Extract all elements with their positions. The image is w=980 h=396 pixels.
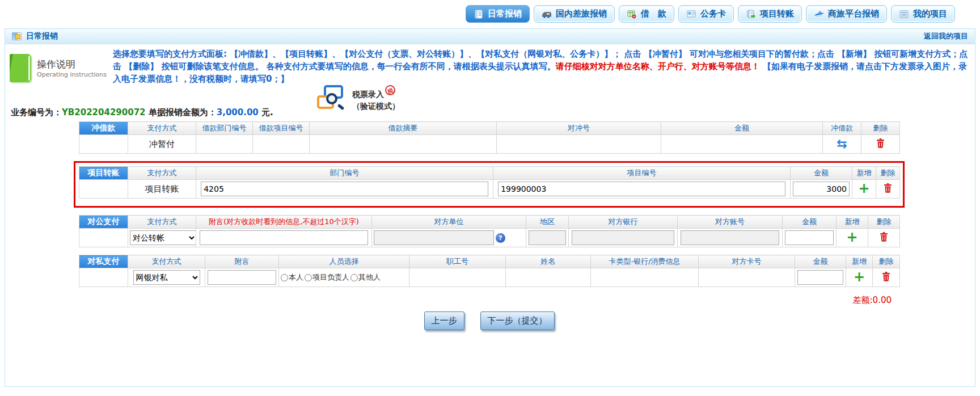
instructions-subtitle: Operating instructions (37, 71, 107, 78)
table-row: 冲暂付 ⇆ (79, 135, 900, 154)
col-offset-action: 冲借款 (823, 122, 861, 135)
instr-seg: 选择您要填写的支付方式面板: (113, 49, 230, 59)
personal-payment-table: 对私支付 支付方式 附言 人员选择 职工号 姓名 卡类型-银行/消费信息 对方卡… (79, 255, 900, 287)
project-transfer-table: 项目转账 支付方式 部门编号 项目编号 金额 新增 删除 项目转账 (79, 166, 900, 199)
nav-label: 项目转账 (760, 9, 794, 19)
instr-seg: 【新增】 (837, 49, 871, 59)
account-input[interactable] (681, 230, 779, 245)
col-delete: 删除 (873, 255, 900, 268)
amount-label: 单据报销金额为： (146, 107, 217, 117)
col-delete: 删除 (861, 122, 900, 135)
amount-unit: 元. (259, 107, 273, 117)
instr-seg: ； 点击 (612, 49, 644, 59)
operating-instructions: 操作说明 Operating instructions 选择您要填写的支付方式面… (5, 44, 975, 85)
col-memo: 附言 (205, 255, 279, 268)
corporate-method-select[interactable]: 对公转帐 (130, 230, 196, 245)
radio-project-leader[interactable]: 项目负责人 (305, 272, 349, 283)
next-step-submit-button[interactable]: 下一步（提交） (480, 311, 555, 330)
business-no-label: 业务编号为： (11, 107, 62, 117)
instr-seg: 【冲暂付】 (644, 49, 687, 59)
instr-warning: 请仔细核对对方单位名称、开户行、对方账号等信息！ (556, 61, 760, 71)
nav-daily-expense[interactable]: 日常报销 (466, 5, 530, 23)
nav-business-card[interactable]: 公务卡 (678, 5, 734, 23)
tax-entry-mode: （验证模式） (352, 102, 400, 111)
radio-other[interactable]: 其他人 (350, 272, 381, 283)
col-amount: 金额 (661, 122, 823, 135)
corporate-amount-input[interactable] (785, 230, 834, 245)
tax-invoice-entry[interactable]: 税票录入税 （验证模式） (316, 84, 400, 113)
col-bank: 对方银行 (569, 216, 678, 229)
nav-label: 国内差旅报销 (556, 9, 607, 19)
form-actions: 上一步 下一步（提交） (79, 311, 899, 330)
delete-loan-row-icon[interactable] (876, 138, 885, 150)
previous-step-button[interactable]: 上一步 (424, 311, 464, 330)
mid-zone: 税票录入税 （验证模式） 业务编号为：YB202204290072 单据报销金额… (5, 85, 975, 121)
corporate-memo-input[interactable] (200, 230, 368, 245)
add-personal-row-icon[interactable]: + (854, 269, 865, 285)
project-no-input[interactable] (498, 182, 785, 196)
col-payee: 对方单位 (372, 216, 526, 229)
window-icon (12, 32, 22, 40)
reimburse-amount: 3,000.00 (217, 107, 259, 117)
add-project-row-icon[interactable]: + (858, 180, 869, 196)
col-pay-method: 支付方式 (128, 167, 196, 180)
tax-seal-icon: 税 (384, 84, 397, 97)
nav-label: 借 款 (641, 9, 666, 19)
payee-help-icon[interactable]: ? (496, 233, 505, 243)
add-corporate-row-icon[interactable]: + (846, 229, 858, 245)
col-offset-no: 对冲号 (497, 122, 661, 135)
corporate-table-label: 对公支付 (79, 216, 128, 229)
travel-platform-icon (814, 10, 824, 19)
loan-offset-table: 冲借款 支付方式 借款部门编号 借款项目编号 借款摘要 对冲号 金额 冲借款 删… (79, 121, 900, 154)
nav-project-transfer[interactable]: 项目转账 (738, 5, 802, 23)
nav-loan[interactable]: 借 款 (619, 5, 674, 23)
col-card-type: 卡类型-银行/消费信息 (591, 255, 699, 268)
offset-swap-icon[interactable]: ⇆ (837, 137, 847, 151)
personal-method-select[interactable]: 网银对私 (133, 270, 200, 285)
payment-tables: 冲借款 支付方式 借款部门编号 借款项目编号 借款摘要 对冲号 金额 冲借款 删… (79, 121, 899, 330)
project-amount-input[interactable] (793, 182, 850, 196)
project-transfer-highlight-box: 项目转账 支付方式 部门编号 项目编号 金额 新增 删除 项目转账 (74, 161, 905, 208)
back-to-projects-link[interactable]: 返回我的项目 (924, 31, 968, 41)
nav-travel-expense[interactable]: 国内差旅报销 (534, 5, 615, 23)
personal-table-label: 对私支付 (79, 255, 128, 268)
instructions-badge: 操作说明 Operating instructions (10, 48, 113, 85)
corporate-payment-table: 对公支付 支付方式 附言(对方收款时看到的信息,不超过10个汉字) 对方单位 地… (79, 215, 900, 247)
instr-seg: 【冲借款】、【项目转账】、【对公支付（支票、对公转账）】、【对私支付（网银对私、… (230, 49, 612, 59)
nav-label: 公务卡 (700, 9, 726, 19)
project-method-cell: 项目转账 (128, 180, 196, 199)
business-card-icon (686, 10, 696, 19)
col-dept-no: 部门编号 (196, 167, 493, 180)
instructions-text: 选择您要填写的支付方式面板: 【冲借款】、【项目转账】、【对公支付（支票、对公转… (113, 48, 971, 85)
col-loan-dept: 借款部门编号 (196, 122, 253, 135)
personal-amount-input[interactable] (797, 270, 843, 285)
nav-travel-platform[interactable]: 商旅平台报销 (806, 5, 887, 23)
delete-project-row-icon[interactable] (884, 183, 892, 195)
nav-my-projects[interactable]: 我的项目 (891, 5, 955, 23)
region-input[interactable] (529, 230, 567, 245)
loan-method-cell: 冲暂付 (128, 135, 196, 154)
radio-self[interactable]: 本人 (281, 272, 303, 283)
col-staff-no: 职工号 (409, 255, 506, 268)
col-pay-method: 支付方式 (128, 255, 205, 268)
section-header: 日常报销 返回我的项目 (5, 29, 975, 44)
business-info-line: 业务编号为：YB202204290072 单据报销金额为：3,000.00 元. (11, 107, 273, 118)
delete-corporate-row-icon[interactable] (880, 232, 888, 244)
col-account: 对方账号 (678, 216, 783, 229)
delete-personal-row-icon[interactable] (882, 272, 890, 284)
bank-input[interactable] (572, 230, 674, 245)
instr-seg: 可对冲与您相关项目下的暂付款；点击 (687, 49, 837, 59)
daily-expense-icon (474, 10, 484, 19)
project-table-label: 项目转账 (79, 167, 128, 180)
col-amount: 金额 (783, 216, 837, 229)
col-add: 新增 (846, 255, 873, 268)
nav-label: 我的项目 (913, 9, 947, 19)
col-delete: 删除 (876, 167, 900, 180)
col-region: 地区 (526, 216, 569, 229)
instructions-title: 操作说明 (37, 58, 107, 71)
dept-no-input[interactable] (201, 182, 488, 196)
col-pay-method: 支付方式 (128, 216, 196, 229)
payee-input[interactable] (374, 230, 494, 245)
person-radio-group: 本人 项目负责人 其他人 (281, 272, 407, 283)
personal-memo-input[interactable] (208, 270, 276, 285)
